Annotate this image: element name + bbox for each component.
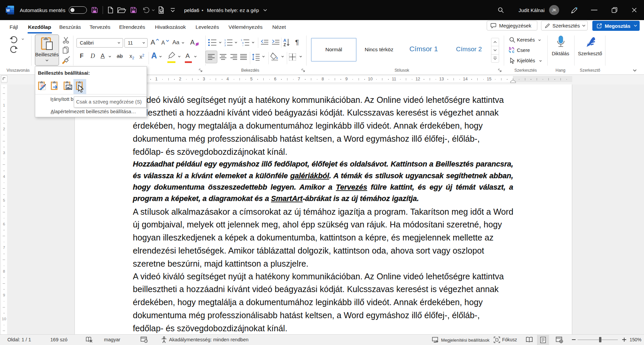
svg-text:W: W	[6, 8, 10, 12]
svg-text:c: c	[512, 49, 515, 54]
svg-text:b: b	[509, 47, 511, 51]
svg-text:Z: Z	[283, 43, 286, 47]
svg-text:a: a	[242, 42, 244, 44]
svg-text:i: i	[243, 44, 243, 47]
svg-text:A: A	[283, 38, 286, 43]
svg-text:3: 3	[224, 44, 226, 47]
svg-text:2: 2	[224, 42, 226, 44]
svg-text:1: 1	[241, 39, 242, 41]
svg-text:1: 1	[224, 39, 226, 41]
